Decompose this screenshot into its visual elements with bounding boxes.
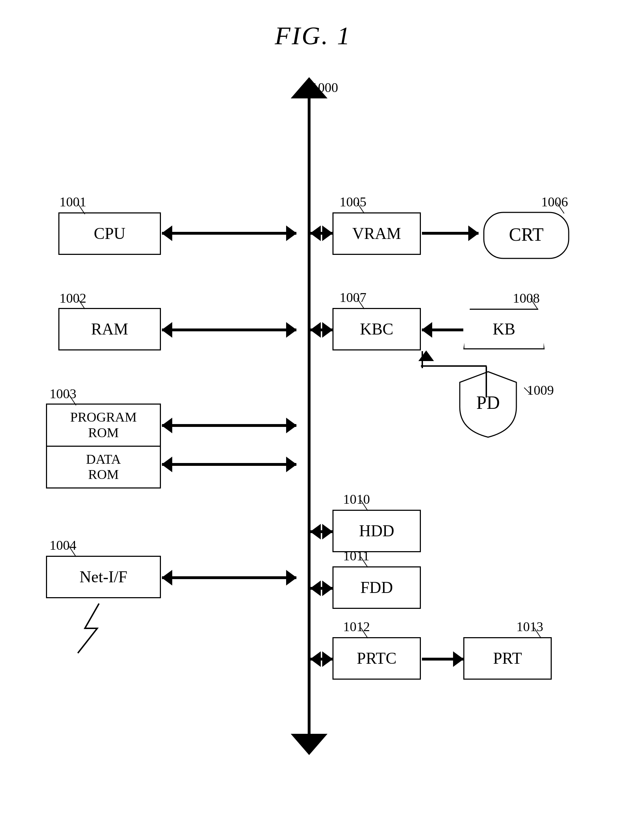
ram-ref-line xyxy=(71,297,92,311)
prtc-box: PRTC xyxy=(332,637,421,680)
kbc-box: KBC xyxy=(332,308,421,350)
netif-box: Net-I/F xyxy=(46,556,161,598)
crt-ref-line xyxy=(550,201,571,215)
kbc-ref-line xyxy=(350,297,371,311)
rom-double-box: PROGRAMROM DATAROM xyxy=(46,404,161,488)
bus-line xyxy=(308,92,310,736)
kbc-bus-arrow xyxy=(310,328,332,331)
program-rom-label: PROGRAMROM xyxy=(47,405,160,447)
vram-bus-arrow xyxy=(310,232,332,235)
cpu-bus-arrow xyxy=(162,232,296,235)
pd-kbc-vline2 xyxy=(422,351,423,368)
bus-ref: 1000 xyxy=(311,80,338,95)
hdd-box: HDD xyxy=(332,510,421,552)
vram-crt-arrow xyxy=(422,232,479,235)
kb-box: KB xyxy=(463,309,545,349)
svg-text:PD: PD xyxy=(476,393,500,413)
pd-ref-line xyxy=(521,386,538,396)
vram-box: VRAM xyxy=(332,212,421,255)
netif-bus-arrow xyxy=(162,576,296,579)
crt-shape: CRT xyxy=(480,209,572,262)
lightning-bolt xyxy=(71,602,117,655)
prtc-bus-arrow xyxy=(310,658,332,661)
prtc-ref-line xyxy=(354,626,375,640)
netif-ref-line xyxy=(62,545,83,559)
kb-kbc-arrow xyxy=(422,328,463,331)
rom-bus-arrow1 xyxy=(162,424,296,427)
cpu-box: CPU xyxy=(58,212,161,255)
prtc-prt-arrow xyxy=(422,658,463,661)
bus-arrow-bottom xyxy=(291,734,327,755)
kb-ref-line xyxy=(523,297,545,311)
pd-kbc-hline xyxy=(421,365,487,367)
prt-box: PRT xyxy=(463,637,552,680)
ram-bus-arrow xyxy=(162,328,296,331)
fdd-ref-line xyxy=(354,555,375,569)
cpu-ref-line xyxy=(71,202,92,216)
page-title: FIG. 1 xyxy=(275,21,351,50)
vram-ref-line xyxy=(350,201,371,215)
pd-kbc-arrowhead xyxy=(418,350,434,361)
pd-shape: PD xyxy=(456,368,520,439)
ram-box: RAM xyxy=(58,308,161,350)
svg-text:CRT: CRT xyxy=(509,225,544,245)
hdd-bus-arrow xyxy=(310,530,332,533)
hdd-ref-line xyxy=(354,498,375,513)
data-rom-label: DATAROM xyxy=(47,447,160,488)
pd-kbc-vline xyxy=(485,366,487,397)
prt-ref-line xyxy=(527,626,548,640)
rom-ref-line xyxy=(62,393,83,407)
rom-bus-arrow2 xyxy=(162,463,296,466)
fdd-bus-arrow xyxy=(310,587,332,590)
fdd-box: FDD xyxy=(332,566,421,609)
